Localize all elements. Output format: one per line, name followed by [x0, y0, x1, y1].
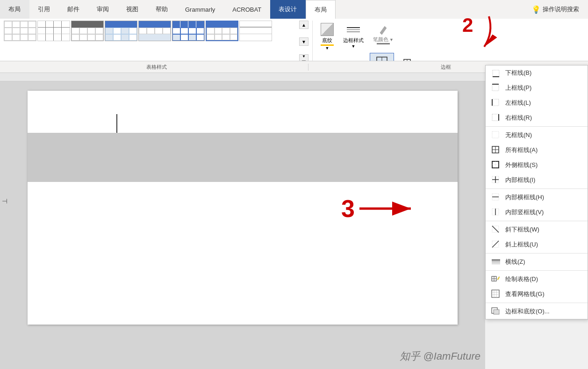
border-tools-row: 底纹 ▼ 边框样式 ▼ 笔颜色	[317, 21, 421, 53]
diag-up-border-icon	[491, 240, 501, 249]
top-border-icon	[491, 83, 501, 93]
border-item-draw-table[interactable]: 绘制表格(D)	[486, 272, 588, 287]
dropdown-sep-3	[486, 221, 588, 221]
table-style-7[interactable]	[206, 21, 238, 41]
border-item-none[interactable]: 无框线(N)	[486, 128, 588, 143]
pen-color-dropdown-arrow[interactable]: ▼	[389, 37, 394, 42]
border-style-label: 边框样式	[343, 37, 364, 44]
border-item-diag-up[interactable]: 斜上框线(U)	[486, 237, 588, 252]
inside-v-border-icon	[491, 208, 501, 217]
annotation-3: 3	[341, 195, 355, 223]
border-item-outside[interactable]: 外侧框线(S)	[486, 158, 588, 173]
dropdown-sep-5	[486, 270, 588, 271]
all-borders-icon	[491, 145, 501, 155]
svg-line-34	[492, 226, 499, 232]
shading-icon	[321, 23, 334, 36]
dropdown-sep-6	[486, 303, 588, 303]
draw-table-icon	[491, 275, 501, 284]
tab-bangzhu[interactable]: 帮助	[147, 0, 177, 19]
svg-rect-17	[492, 114, 499, 121]
shading-button[interactable]: 底纹 ▼	[317, 21, 337, 53]
lightbulb-icon: 💡	[531, 5, 541, 14]
svg-rect-43	[492, 290, 499, 297]
pen-color-bar	[377, 43, 390, 44]
tab-shenyue[interactable]: 审阅	[88, 0, 118, 19]
border-item-all[interactable]: 所有框线(A)	[486, 143, 588, 158]
ruler	[0, 73, 485, 81]
table-style-3[interactable]	[71, 21, 104, 41]
svg-rect-11	[493, 70, 499, 77]
scroll-up-button[interactable]: ▲	[299, 21, 308, 29]
horizontal-line-icon	[491, 257, 501, 267]
dropdown-sep-1	[486, 126, 588, 127]
border-item-view-grid[interactable]: 查看网格线(G)	[486, 287, 588, 302]
tab-acrobat[interactable]: ACROBAT	[224, 0, 270, 19]
tab-grammarly[interactable]: Grammarly	[177, 0, 224, 19]
border-style-icon	[347, 23, 360, 36]
tab-bar: 布局 引用 邮件 审阅 视图 帮助 Grammarly ACROBAT 表设计 …	[0, 0, 588, 19]
tab-youjian[interactable]: 邮件	[59, 0, 88, 19]
table-selected-area	[28, 133, 458, 182]
shading-label: 底纹	[322, 37, 332, 44]
inside-border-icon	[491, 175, 501, 185]
diag-down-border-icon	[491, 225, 501, 234]
no-border-icon	[491, 130, 501, 140]
tab-buju1[interactable]: 布局	[0, 0, 29, 19]
pen-color-button[interactable]: 笔颜色 ▼	[370, 21, 397, 47]
border-item-inside-v[interactable]: 内部竖框线(V)	[486, 205, 588, 220]
tab-shitu[interactable]: 视图	[118, 0, 147, 19]
annotation-arrow-3	[359, 197, 416, 220]
document-area: ⊣ 3	[0, 73, 485, 369]
pen-color-label: 笔颜色	[373, 36, 388, 43]
scroll-down-button[interactable]: ▼	[299, 37, 308, 46]
table-style-6[interactable]	[172, 21, 205, 41]
border-item-inside-h[interactable]: 内部横框线(H)	[486, 190, 588, 205]
table-styles-section-label: 表格样式	[5, 64, 308, 71]
outside-border-icon	[491, 160, 501, 170]
border-dropdown-menu: 2 下框线(B) 上框线(P) 左框线(L) 右框线(R)	[485, 65, 588, 319]
right-border-icon	[491, 113, 501, 123]
border-item-top[interactable]: 上框线(P)	[486, 80, 588, 95]
left-border-icon	[491, 98, 501, 108]
svg-line-36	[492, 241, 499, 247]
pen-color-icon	[377, 23, 390, 36]
borders-shading-icon	[491, 307, 501, 316]
tab-search[interactable]: 💡 操作说明搜索	[523, 0, 588, 19]
table-style-5[interactable]	[138, 21, 171, 41]
svg-rect-49	[494, 310, 499, 314]
border-item-borders-shading[interactable]: 边框和底纹(O)...	[486, 304, 588, 319]
tab-biaosheji[interactable]: 表设计	[270, 0, 306, 19]
bottom-border-icon	[491, 68, 501, 78]
table-styles-container: ▲ ▼ ▼▬	[4, 21, 308, 64]
dropdown-sep-4	[486, 253, 588, 253]
svg-rect-13	[492, 84, 499, 91]
svg-rect-19	[492, 131, 499, 138]
table-styles-grid	[4, 21, 298, 64]
margin-indicator: ⊣	[2, 197, 7, 205]
dropdown-sep-2	[486, 188, 588, 189]
tab-buju2[interactable]: 布局	[306, 0, 336, 19]
border-style-dropdown-arrow[interactable]: ▼	[351, 44, 356, 49]
shading-dropdown-arrow[interactable]: ▼	[325, 46, 330, 51]
table-style-8[interactable]	[239, 21, 272, 41]
border-item-bottom[interactable]: 下框线(B)	[486, 65, 588, 80]
border-item-right[interactable]: 右框线(R)	[486, 110, 588, 125]
table-style-2[interactable]	[37, 21, 70, 41]
border-item-inside[interactable]: 内部框线(I)	[486, 173, 588, 188]
annotation-3-group: 3	[341, 195, 416, 223]
border-item-horizontal[interactable]: 横线(Z)	[486, 254, 588, 269]
styles-scroll: ▲ ▼ ▼▬	[299, 21, 308, 63]
border-style-button[interactable]: 边框样式 ▼	[340, 21, 367, 51]
view-grid-icon	[491, 289, 501, 299]
table-style-4[interactable]	[105, 21, 137, 41]
tab-yinyong[interactable]: 引用	[29, 0, 59, 19]
border-item-left[interactable]: 左框线(L)	[486, 95, 588, 110]
table-style-plain[interactable]	[4, 21, 36, 41]
border-item-diag-down[interactable]: 斜下框线(W)	[486, 222, 588, 237]
svg-rect-15	[492, 99, 499, 106]
inside-h-border-icon	[491, 193, 501, 202]
